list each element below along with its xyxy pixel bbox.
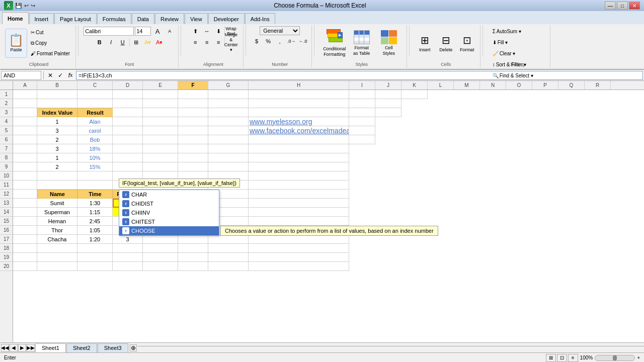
normal-view-button[interactable]: ⊞ [546,354,556,362]
cell-a4[interactable] [13,117,37,126]
cell-d9[interactable] [113,162,143,171]
cell-g2[interactable] [208,99,249,108]
col-header-m[interactable]: M [454,81,480,89]
page-layout-view-button[interactable]: ⊡ [557,354,567,362]
sheet-nav-first[interactable]: ◀◀ [1,344,9,352]
facebook-link[interactable]: www.facebook.com/excelmadeasy [250,127,349,135]
cell-e2[interactable] [143,99,178,108]
cell-e1[interactable] [143,90,178,99]
row-header-10[interactable]: 10 [0,171,13,180]
col-header-i[interactable]: I [349,81,375,89]
cell-c13-time[interactable]: 1:30 [77,199,113,208]
align-center-button[interactable]: ≡ [201,37,212,47]
cell-b9[interactable]: 2 [37,162,77,171]
italic-button[interactable]: I [106,37,117,47]
cell-a10[interactable] [13,171,37,180]
sheet-nav-next[interactable]: ▶ [18,344,26,352]
row-header-14[interactable]: 14 [0,208,13,217]
fill-button[interactable]: ⬇ Fill ▾ [490,37,545,47]
cell-g19[interactable] [208,253,249,262]
cell-d8[interactable] [113,153,143,162]
cell-a12[interactable] [13,190,37,199]
decrease-decimal-button[interactable]: ←.0 [297,36,308,46]
cell-b7[interactable]: 3 [37,144,77,153]
cell-a1[interactable] [13,90,37,99]
cell-d20[interactable] [113,262,143,271]
align-top-button[interactable]: ⬆ [190,26,201,36]
number-format-select[interactable]: General Number Currency Percentage [260,26,300,35]
row-header-13[interactable]: 13 [0,199,13,208]
cell-h11[interactable] [249,180,349,190]
cell-h6[interactable] [249,135,349,144]
cell-c11[interactable] [77,180,113,190]
cell-i4[interactable] [349,117,375,126]
col-header-h[interactable]: H [249,81,349,89]
row-header-16[interactable]: 16 [0,226,13,235]
insert-button[interactable]: ⊞ Insert [415,30,435,57]
cell-d6[interactable] [113,135,143,144]
row-header-18[interactable]: 18 [0,244,13,253]
row-header-3[interactable]: 3 [0,108,13,117]
cell-f1[interactable] [178,90,208,99]
cell-a17[interactable] [13,235,37,244]
cell-c8[interactable]: 10% [77,153,113,162]
cell-j3[interactable] [375,108,401,117]
autosum-button[interactable]: Σ AutoSum ▾ [490,26,545,36]
cell-d3[interactable] [113,108,143,117]
cancel-formula-button[interactable]: ✕ [46,71,55,80]
find-select-button[interactable]: 🔍 Find & Select ▾ [490,70,545,80]
cell-c3-result[interactable]: Result [77,108,113,117]
cell-a8[interactable] [13,153,37,162]
cell-h15[interactable] [249,217,349,226]
col-header-k[interactable]: K [401,81,428,89]
tab-formulas[interactable]: Formulas [97,13,131,24]
col-header-q[interactable]: Q [558,81,585,89]
cell-f19[interactable] [178,253,208,262]
cell-a15[interactable] [13,217,37,226]
cell-b3-index-value[interactable]: Index Value [37,108,77,117]
cell-i1[interactable] [349,90,375,99]
cell-h7[interactable] [249,144,349,153]
sheet-nav-last[interactable]: ▶▶ [27,344,35,352]
minimize-button[interactable]: — [605,2,616,10]
row-header-8[interactable]: 8 [0,153,13,162]
cell-b11[interactable] [37,180,77,190]
col-header-f[interactable]: F [178,81,208,89]
cell-a5[interactable] [13,126,37,135]
bold-button[interactable]: B [94,37,105,47]
cell-c6[interactable]: Bob [77,135,113,144]
copy-button[interactable]: ⧉Copy [28,38,72,48]
zoom-slider[interactable] [595,355,635,361]
col-header-e[interactable]: E [143,81,178,89]
increase-decimal-button[interactable]: .0→ [286,36,297,46]
cell-b17-chacha[interactable]: Chacha [37,235,77,244]
cell-g18[interactable] [208,244,249,253]
insert-function-button[interactable]: fx [66,71,75,80]
col-header-g[interactable]: G [208,81,249,89]
cell-f5[interactable] [178,126,208,135]
row-header-17[interactable]: 17 [0,235,13,244]
cell-e4[interactable] [143,117,178,126]
cell-c1[interactable] [77,90,113,99]
horizontal-scrollbar[interactable] [138,346,644,352]
close-button[interactable]: ✕ [629,2,640,10]
cell-f6[interactable] [178,135,208,144]
row-header-9[interactable]: 9 [0,162,13,171]
sheet-tab-2[interactable]: Sheet2 [66,343,97,352]
cell-f18[interactable] [178,244,208,253]
cell-h3[interactable] [249,108,349,117]
cell-a13[interactable] [13,199,37,208]
col-header-l[interactable]: L [428,81,454,89]
maximize-button[interactable]: □ [617,2,628,10]
cell-a7[interactable] [13,144,37,153]
cell-i5[interactable] [349,126,375,135]
row-header-19[interactable]: 19 [0,253,13,262]
format-painter-button[interactable]: 🖌Format Painter [28,49,72,59]
cell-c14-time[interactable]: 1:15 [77,208,113,217]
cut-button[interactable]: ✂Cut [28,28,72,38]
add-sheet-button[interactable]: ⊕ [130,344,137,351]
col-header-r[interactable]: R [585,81,611,89]
row-header-6[interactable]: 6 [0,135,13,144]
cell-a2[interactable] [13,99,37,108]
cell-b2[interactable] [37,99,77,108]
